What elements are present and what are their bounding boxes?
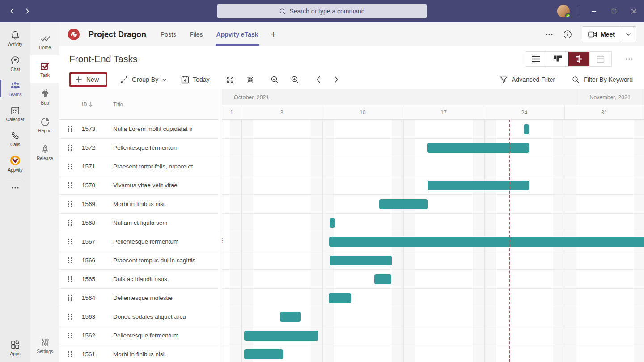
task-row[interactable]: 1568Nullam et ligula sem xyxy=(59,214,219,232)
gantt-bar[interactable] xyxy=(329,237,644,247)
scroll-left-button[interactable] xyxy=(315,76,322,84)
expand-all-button[interactable] xyxy=(226,76,234,84)
sidebar-item-teams[interactable]: Teams xyxy=(0,76,30,101)
new-task-label: New xyxy=(86,76,99,83)
drag-handle[interactable] xyxy=(68,201,74,207)
task-row[interactable]: 1570Vivamus vitae velit vitae xyxy=(59,176,219,195)
tab-appvity-etask[interactable]: Appvity eTask xyxy=(216,23,259,46)
title-column-header[interactable]: Title xyxy=(113,101,123,108)
drag-handle[interactable] xyxy=(68,276,74,282)
gantt-bar[interactable] xyxy=(330,256,392,265)
splitter-grip-icon[interactable]: ⋮ xyxy=(219,237,222,244)
view-toggle-board[interactable] xyxy=(547,52,568,66)
task-row[interactable]: 1569Morbi in finibus nisi. xyxy=(59,195,219,214)
gantt-bar[interactable] xyxy=(524,124,529,134)
collapse-all-button[interactable] xyxy=(246,76,254,84)
module-item-home[interactable]: Home xyxy=(30,28,59,55)
view-toggle-gantt[interactable] xyxy=(568,52,590,66)
task-row[interactable]: 1562Pellentesque fermentum xyxy=(59,326,219,345)
advanced-filter-button[interactable]: Advanced Filter xyxy=(500,76,555,84)
task-row[interactable]: 1571Praesent tortor felis, ornare et xyxy=(59,157,219,176)
close-button[interactable] xyxy=(624,0,644,22)
gantt-grid-area: ID Title 1573Nulla Lorem mollit cupidata… xyxy=(59,89,644,362)
tab-files[interactable]: Files xyxy=(189,23,204,46)
bell-icon xyxy=(10,30,21,41)
group-by-button[interactable]: Group By xyxy=(120,76,167,84)
drag-handle[interactable] xyxy=(68,238,74,245)
avatar[interactable] xyxy=(557,5,570,17)
gantt-bar[interactable] xyxy=(329,293,351,303)
gantt-bar[interactable] xyxy=(374,274,391,284)
drag-handle[interactable] xyxy=(68,163,74,170)
panel-splitter[interactable]: ⋮ xyxy=(219,89,222,362)
channel-info-button[interactable] xyxy=(563,30,572,39)
command-search-input[interactable]: Search or type a command xyxy=(217,4,427,18)
drag-handle[interactable] xyxy=(68,313,74,320)
task-row[interactable]: 1563Donec sodales aliquet arcu xyxy=(59,307,219,326)
module-item-release[interactable]: Release xyxy=(30,139,59,166)
drag-handle[interactable] xyxy=(68,295,74,301)
drag-handle-icon xyxy=(68,163,72,170)
sidebar-item-chat[interactable]: Chat xyxy=(0,51,30,76)
gantt-row xyxy=(222,326,644,345)
task-row[interactable]: 1567Pellentesque fermentum xyxy=(59,232,219,251)
task-row[interactable]: 1573Nulla Lorem mollit cupidatat ir xyxy=(59,120,219,139)
drag-handle[interactable] xyxy=(68,257,74,264)
tab-posts[interactable]: Posts xyxy=(160,23,177,46)
page-more-button[interactable] xyxy=(625,58,633,60)
module-item-task[interactable]: Task xyxy=(30,55,59,83)
meet-button[interactable]: Meet xyxy=(582,26,636,42)
zoom-out-button[interactable] xyxy=(271,76,279,84)
module-item-report[interactable]: Report xyxy=(30,111,59,139)
forward-button[interactable] xyxy=(21,5,33,17)
module-item-bug[interactable]: Bug xyxy=(30,83,59,111)
gantt-view-icon xyxy=(575,55,584,63)
maximize-button[interactable] xyxy=(604,0,624,22)
back-button[interactable] xyxy=(6,5,18,17)
page-header: Front-End Tasks xyxy=(59,46,644,72)
id-column-header[interactable]: ID xyxy=(82,101,100,108)
more-apps-button[interactable] xyxy=(11,182,19,194)
task-row[interactable]: 1572Pellentesque fermentum xyxy=(59,139,219,157)
meet-options-button[interactable] xyxy=(621,33,636,36)
team-logo[interactable] xyxy=(67,27,81,42)
sidebar-item-activity[interactable]: Activity xyxy=(0,26,30,51)
sidebar-item-calls[interactable]: Calls xyxy=(0,126,30,151)
task-row[interactable]: 1565Duis ac blandit risus. xyxy=(59,270,219,289)
module-item-settings[interactable]: Settings xyxy=(30,332,59,359)
channel-more-button[interactable] xyxy=(545,33,553,36)
view-toggle-calendar[interactable] xyxy=(590,52,611,66)
scroll-right-button[interactable] xyxy=(333,76,339,84)
task-row[interactable]: 1561Morbi in finibus nisi. xyxy=(59,345,219,362)
sidebar-item-appvity[interactable]: Appvity xyxy=(0,151,30,176)
drag-handle[interactable] xyxy=(68,219,74,226)
task-row[interactable]: 1566Praesent tempus dui in sagittis xyxy=(59,251,219,270)
new-task-button[interactable]: New xyxy=(69,72,107,87)
zoom-in-button[interactable] xyxy=(291,76,299,84)
drag-handle[interactable] xyxy=(68,332,74,339)
chat-icon xyxy=(10,55,21,66)
today-button[interactable]: Today xyxy=(181,76,209,84)
task-row[interactable]: 1564Dellentesque molestie xyxy=(59,289,219,307)
drag-handle[interactable] xyxy=(68,182,74,189)
filter-keyword-input[interactable]: Filter By Keyword xyxy=(572,76,633,84)
minimize-button[interactable] xyxy=(584,0,604,22)
sidebar-item-calendar[interactable]: Calender xyxy=(0,101,30,126)
gantt-bar[interactable] xyxy=(330,218,335,228)
rocket-icon xyxy=(40,144,51,155)
task-id-cell: 1573 xyxy=(82,126,100,132)
drag-handle[interactable] xyxy=(68,351,74,358)
gantt-bar[interactable] xyxy=(280,312,301,322)
view-toggle-list[interactable] xyxy=(525,52,547,66)
add-tab-button[interactable]: + xyxy=(271,29,276,40)
drag-handle[interactable] xyxy=(68,126,74,132)
week-header-cell: 31 xyxy=(565,105,644,119)
gantt-bar[interactable] xyxy=(427,143,529,153)
gantt-bar[interactable] xyxy=(379,199,428,209)
gantt-bar[interactable] xyxy=(244,349,283,359)
drag-handle[interactable] xyxy=(68,144,74,151)
gantt-bar[interactable] xyxy=(428,181,529,190)
chevron-left-icon xyxy=(8,8,16,15)
sidebar-item-apps[interactable]: Apps xyxy=(0,335,30,360)
gantt-bar[interactable] xyxy=(244,331,318,341)
